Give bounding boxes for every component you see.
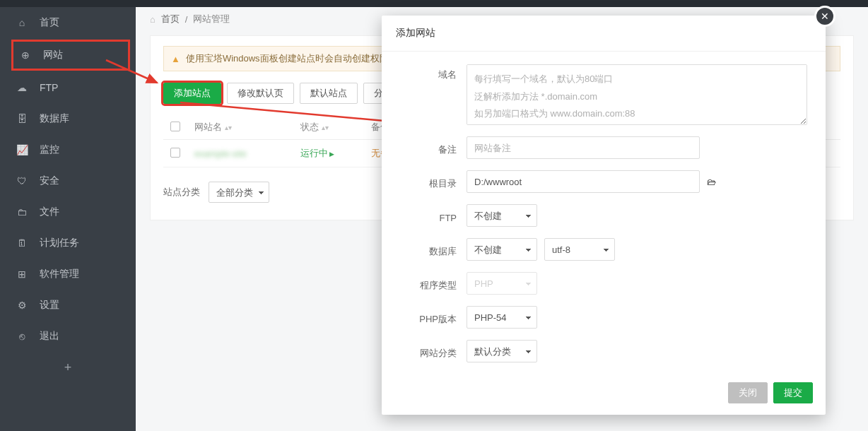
- modal-title: 添加网站: [382, 16, 826, 52]
- charset-select[interactable]: utf-8: [544, 238, 615, 261]
- exit-icon: ⎋: [16, 331, 28, 342]
- modal-close-footer-button[interactable]: 关闭: [728, 382, 768, 403]
- domain-textarea[interactable]: [467, 64, 807, 125]
- site-category-select[interactable]: 默认分类: [467, 340, 537, 362]
- sidebar-item-security[interactable]: 🛡 安全: [0, 165, 136, 196]
- play-icon: ▶: [329, 150, 334, 158]
- site-name[interactable]: example-site: [194, 148, 247, 159]
- sidebar-item-label: 首页: [40, 16, 59, 29]
- category-label: 网站分类: [400, 343, 467, 360]
- db-label: 数据库: [400, 241, 467, 258]
- sidebar-item-label: 数据库: [40, 112, 69, 125]
- database-icon: 🗄: [16, 113, 28, 124]
- program-select: PHP: [467, 272, 537, 295]
- sidebar-item-label: 计划任务: [40, 237, 79, 249]
- checkbox-all[interactable]: [170, 122, 180, 131]
- sidebar-item-ftp[interactable]: ☁ FTP: [0, 72, 136, 103]
- sidebar: ⌂ 首页 ⊕ 网站 ☁ FTP 🗄 数据库 📈 监控 🛡 安全 🗀 文件 🗓: [0, 7, 136, 431]
- cloud-icon: ☁: [16, 82, 28, 93]
- db-select[interactable]: 不创建: [467, 238, 537, 261]
- sidebar-item-label: 网站: [43, 49, 63, 61]
- sidebar-item-cron[interactable]: 🗓 计划任务: [0, 228, 136, 259]
- sidebar-item-label: 软件管理: [40, 268, 79, 281]
- sidebar-item-settings[interactable]: ⚙ 设置: [0, 290, 136, 321]
- home-icon: ⌂: [16, 17, 28, 28]
- php-label: PHP版本: [400, 309, 467, 326]
- modify-default-button[interactable]: 修改默认页: [227, 83, 294, 104]
- shield-icon: 🛡: [16, 175, 28, 187]
- add-site-modal: ✕ 添加网站 域名 备注 根目录 🗁 FTP 不创建 数据库 不创建 utf-8: [382, 16, 826, 415]
- note-label: 备注: [400, 139, 467, 156]
- alert-text: 使用宝塔Windows面板创建站点时会自动创建权限配置: [186, 52, 407, 65]
- breadcrumb-current: 网站管理: [193, 13, 230, 25]
- sidebar-item-exit[interactable]: ⎋ 退出: [0, 321, 136, 352]
- col-name[interactable]: 网站名: [194, 122, 222, 132]
- sidebar-add[interactable]: +: [0, 352, 136, 384]
- ftp-label: FTP: [400, 208, 467, 223]
- domain-label: 域名: [400, 64, 467, 81]
- grid-icon: ⊞: [16, 268, 28, 280]
- modal-close-button[interactable]: ✕: [814, 6, 835, 27]
- filter-label: 站点分类: [163, 186, 200, 199]
- top-bar: [0, 0, 868, 7]
- sidebar-item-monitor[interactable]: 📈 监控: [0, 134, 136, 165]
- calendar-icon: 🗓: [16, 237, 28, 249]
- root-input[interactable]: [467, 170, 700, 193]
- category-filter-select[interactable]: 全部分类: [209, 182, 269, 203]
- sidebar-item-files[interactable]: 🗀 文件: [0, 196, 136, 228]
- status-badge[interactable]: 运行中▶: [300, 148, 334, 158]
- ftp-select[interactable]: 不创建: [467, 204, 537, 227]
- sidebar-item-label: 文件: [40, 206, 59, 218]
- sidebar-item-label: 退出: [40, 330, 59, 343]
- gear-icon: ⚙: [16, 300, 28, 311]
- php-version-select[interactable]: PHP-54: [467, 306, 537, 329]
- col-status[interactable]: 状态: [300, 122, 319, 132]
- folder-browse-icon[interactable]: 🗁: [707, 177, 716, 187]
- sidebar-item-website[interactable]: ⊕ 网站: [11, 40, 130, 71]
- globe-icon: ⊕: [19, 49, 32, 61]
- chart-icon: 📈: [16, 144, 28, 155]
- sidebar-item-label: FTP: [40, 82, 58, 93]
- breadcrumb-home-icon: ⌂: [150, 14, 156, 25]
- add-site-button[interactable]: 添加站点: [163, 83, 221, 104]
- sidebar-item-label: 安全: [40, 175, 59, 187]
- sidebar-item-home[interactable]: ⌂ 首页: [0, 7, 136, 38]
- program-label: 程序类型: [400, 275, 467, 292]
- sort-icon: ▴▾: [225, 124, 232, 131]
- sort-icon: ▴▾: [322, 124, 329, 131]
- root-label: 根目录: [400, 173, 467, 190]
- close-icon: ✕: [821, 11, 829, 22]
- note-input[interactable]: [467, 136, 700, 159]
- breadcrumb-sep: /: [185, 14, 188, 25]
- sidebar-item-software[interactable]: ⊞ 软件管理: [0, 259, 136, 290]
- sidebar-item-label: 监控: [40, 143, 59, 156]
- breadcrumb-home[interactable]: 首页: [161, 13, 180, 25]
- sidebar-item-label: 设置: [40, 299, 59, 312]
- sidebar-item-database[interactable]: 🗄 数据库: [0, 103, 136, 134]
- default-site-button[interactable]: 默认站点: [300, 83, 358, 104]
- checkbox-row[interactable]: [170, 148, 180, 158]
- modal-submit-button[interactable]: 提交: [773, 382, 813, 403]
- folder-icon: 🗀: [16, 206, 28, 218]
- warning-icon: ▲: [171, 54, 180, 64]
